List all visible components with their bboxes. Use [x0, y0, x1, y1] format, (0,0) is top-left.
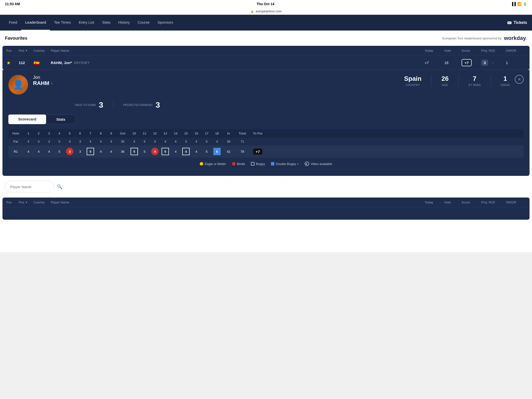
favourites-title: Favourites [5, 36, 27, 41]
status-icons: ▐▐ 📶 🔋 [511, 2, 527, 6]
col-player-name: Player Name [51, 49, 425, 52]
sort-arrow-icon: ▼ [25, 49, 28, 52]
player-hole: 18 [444, 61, 462, 65]
player-owgr: 1 [506, 61, 526, 65]
score-bogey-h15: 4 [182, 148, 190, 155]
player-first-name: Jon [33, 75, 399, 80]
table-header: Fav Pos ▼ Country Player Name Today Hole… [2, 46, 530, 56]
status-bar: 11:53 AM Thu Oct 14 ▐▐ 📶 🔋 [0, 0, 532, 8]
player-flag: 🇪🇸 [33, 60, 51, 66]
player-score: +7 [462, 59, 481, 66]
url-bar[interactable]: 🔒 europeantour.com [0, 8, 532, 15]
score-bogey-h13: 5 [162, 148, 169, 155]
col-score: Score [462, 49, 481, 52]
stat-et-wins: 7 ET WINS [468, 75, 491, 86]
scorecard-legend: Eagle or Better Birdie Bogey Double Boge… [8, 158, 524, 170]
sc-out-label: Out [116, 132, 129, 135]
col2-today: Today [425, 200, 444, 204]
chevron-right-icon[interactable]: › [51, 81, 52, 85]
sc-hole-label: Hole [8, 132, 23, 135]
col-proj-r2d: Proj. R2D [481, 49, 506, 52]
player-today: +7 [425, 61, 444, 65]
main-nav: Feed Leaderboard Tee Times Entry List St… [0, 15, 532, 31]
search-input[interactable] [10, 185, 57, 189]
leaderboard-table-2: Fav Pos ▼ Country Player Name Today Hole… [2, 198, 530, 220]
nav-items: Feed Leaderboard Tee Times Entry List St… [5, 15, 507, 31]
projected-ranking: PROJECTED RANKING 3 [123, 100, 170, 110]
legend-eagle: Eagle or Better [200, 162, 226, 166]
status-time: 11:53 AM [5, 2, 20, 6]
col2-pos: Pos ▼ [19, 200, 33, 204]
player-pos: 112 [19, 61, 33, 65]
table2-header: Fav Pos ▼ Country Player Name Today Hole… [2, 198, 530, 207]
col2-owgr: OWGR [506, 200, 526, 204]
legend-birdie: Birdie [232, 162, 245, 166]
player-brand: ODYSSEY [74, 61, 90, 65]
birdie-icon [232, 162, 235, 166]
eagle-icon [200, 162, 203, 166]
stat-owgr: 1 OWGR [501, 75, 510, 86]
col-pos: Pos ▼ [19, 49, 33, 52]
battery-icon: 🔋 [523, 2, 527, 6]
col-fav: Fav [6, 49, 19, 52]
sc-total-label: Total [235, 132, 250, 135]
search-section: 🔍 [0, 176, 532, 198]
tickets-button[interactable]: 🎟 Tickets [507, 20, 527, 25]
nav-entry-list[interactable]: Entry List [75, 15, 98, 31]
flag-icon: 🇪🇸 [33, 60, 40, 66]
table-row[interactable] [2, 207, 530, 220]
scorecard-tabs: Scorecard Stats [8, 115, 524, 124]
sc-header-row: Hole 1 2 3 4 5 6 7 8 9 Out 10 11 12 13 1… [8, 129, 524, 138]
player-card: 👤 Jon RAHM › Spain COUNTRY 26 AGE [2, 70, 530, 176]
ticket-icon: 🎟 [507, 20, 512, 25]
score-bogey-h10: 5 [131, 148, 138, 155]
race-to-dubai: RACE TO DUBAI 3 [75, 100, 113, 110]
wifi-icon: 📶 [517, 2, 521, 6]
lock-icon: 🔒 [250, 10, 254, 13]
nav-leaderboard[interactable]: Leaderboard [21, 15, 50, 31]
close-button[interactable]: ✕ [515, 75, 524, 84]
player-proj: 3 - [481, 60, 506, 66]
score-birdie-h12: 4 [151, 148, 159, 155]
nav-feed[interactable]: Feed [5, 15, 21, 31]
col-today: Today [425, 49, 444, 52]
bogey-icon [251, 162, 254, 166]
search-box[interactable]: 🔍 [5, 181, 54, 193]
fav-star[interactable]: ★ [6, 60, 19, 66]
sc-r1-row: R1 4 4 4 5 3 3 5 4 4 36 5 5 4 5 4 [8, 145, 524, 158]
col2-score: Score [462, 200, 481, 204]
sponsor-text: European Tour leaderboard sponsored by [443, 36, 502, 40]
double-bogey-icon [271, 162, 274, 166]
col2-hole: Hole [444, 200, 462, 204]
tab-scorecard[interactable]: Scorecard [8, 115, 46, 124]
sc-par-row: Par 4 4 3 5 4 3 4 4 4 35 4 5 3 4 4 3 4 5… [8, 138, 524, 145]
nav-tee-times[interactable]: Tee Times [50, 15, 75, 31]
player-name-cell: RAHM, Jon* ODYSSEY [51, 61, 425, 65]
status-date: Thu Oct 14 [256, 2, 274, 6]
total-to-par: +7 [253, 149, 262, 155]
col2-player-name: Player Name [51, 200, 425, 204]
col-hole: Hole [444, 49, 462, 52]
nav-course[interactable]: Course [134, 15, 153, 31]
star-icon: ★ [6, 60, 11, 66]
player-row[interactable]: ★ 112 🇪🇸 RAHM, Jon* ODYSSEY +7 18 +7 3 -… [2, 56, 530, 70]
player-last-name: RAHM › [33, 80, 399, 86]
scorecard-grid: Hole 1 2 3 4 5 6 7 8 9 Out 10 11 12 13 1… [8, 129, 524, 158]
legend-double-bogey: Double Bogey + [271, 162, 299, 166]
sc-in-label: In [222, 132, 235, 135]
tab-stats[interactable]: Stats [46, 115, 75, 124]
col-country: Country [33, 49, 51, 52]
sc-r1-label: R1 [8, 150, 23, 153]
col2-country: Country [33, 200, 51, 204]
signal-icon: ▐▐ [511, 2, 516, 6]
col2-proj-r2d: Proj. R2D [481, 200, 506, 204]
player-avatar: 👤 [8, 75, 28, 95]
nav-stats[interactable]: Stats [98, 15, 114, 31]
nav-history[interactable]: History [114, 15, 134, 31]
search-button[interactable]: 🔍 [57, 184, 62, 189]
player-info-row: 👤 Jon RAHM › Spain COUNTRY 26 AGE [8, 75, 524, 95]
sc-topar-label: To Par [250, 132, 266, 135]
page-content: Favourites European Tour leaderboard spo… [0, 31, 532, 252]
nav-sponsors[interactable]: Sponsors [153, 15, 177, 31]
player-details: Jon RAHM › [33, 75, 399, 86]
